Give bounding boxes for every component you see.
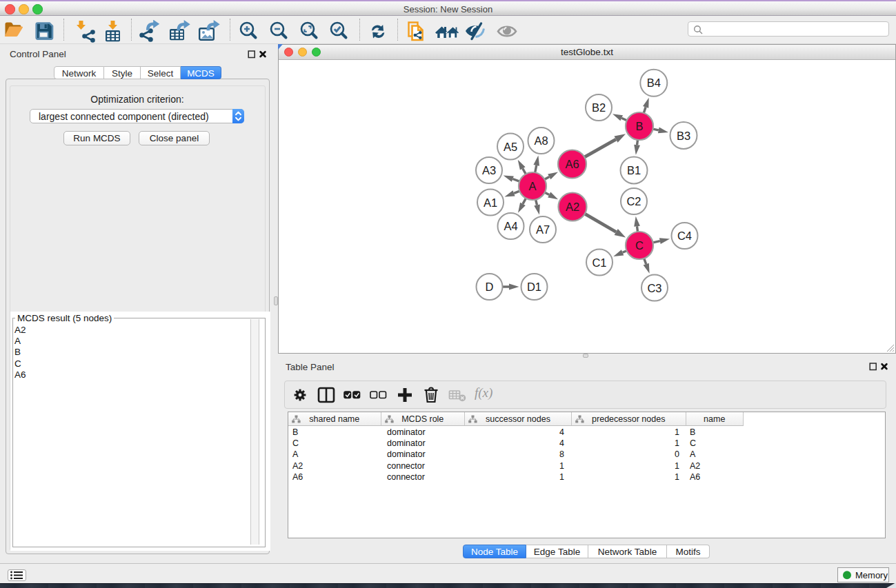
svg-text:B4: B4: [647, 77, 661, 89]
svg-text:D: D: [486, 281, 494, 293]
svg-text:A2: A2: [566, 201, 579, 213]
svg-text:A1: A1: [484, 196, 497, 209]
svg-text:C4: C4: [677, 230, 692, 242]
svg-text:B2: B2: [592, 101, 606, 114]
svg-text:A3: A3: [482, 164, 496, 176]
svg-text:C1: C1: [592, 256, 606, 269]
svg-text:D1: D1: [527, 281, 541, 293]
svg-text:A6: A6: [565, 158, 579, 170]
svg-text:C2: C2: [626, 195, 641, 207]
svg-text:A4: A4: [504, 220, 517, 232]
svg-text:A7: A7: [536, 223, 550, 236]
svg-text:B1: B1: [627, 164, 641, 176]
svg-text:Memory: Memory: [855, 569, 888, 580]
svg-text:C3: C3: [647, 282, 661, 294]
svg-text:B: B: [635, 120, 643, 132]
svg-text:B3: B3: [677, 130, 690, 142]
svg-text:C: C: [635, 239, 644, 252]
svg-text:A8: A8: [534, 134, 548, 147]
svg-text:A: A: [528, 180, 536, 192]
svg-text:A5: A5: [504, 141, 517, 153]
